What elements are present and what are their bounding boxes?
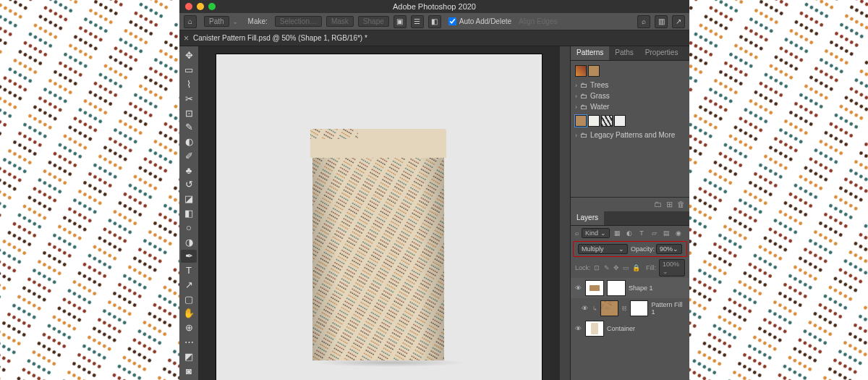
link-icon[interactable]: ⛓ [621, 305, 627, 312]
filter-shape-icon[interactable]: ▱ [650, 229, 659, 238]
history-brush-tool[interactable]: ↺ [181, 178, 197, 191]
tab-paths[interactable]: Paths [609, 46, 639, 60]
path-select-tool[interactable]: ↗ [181, 279, 197, 292]
eyedropper-tool[interactable]: ✎ [181, 121, 197, 134]
filter-search-icon[interactable]: ⌕ [575, 229, 579, 237]
make-shape-button[interactable]: Shape [358, 16, 389, 27]
filter-type-icon[interactable]: T [637, 229, 647, 238]
minimize-window-button[interactable] [197, 3, 204, 10]
filter-smart-icon[interactable]: ▤ [662, 229, 671, 238]
lock-artboard-icon[interactable]: ▭ [623, 263, 629, 272]
pattern-thumb-1[interactable] [575, 115, 587, 127]
fill-value-input[interactable]: 100% ⌄ [659, 259, 685, 276]
filter-pixel-icon[interactable]: ▦ [613, 229, 622, 238]
marquee-tool[interactable]: ▭ [181, 64, 197, 77]
layer-name[interactable]: Pattern Fill 1 [651, 301, 686, 316]
new-group-icon[interactable]: 🗀 [654, 200, 662, 209]
maximize-window-button[interactable] [208, 3, 216, 10]
make-selection-button[interactable]: Selection… [275, 16, 322, 27]
pattern-thumb-2[interactable] [588, 115, 600, 127]
close-tab-button[interactable]: × [184, 33, 189, 43]
lasso-tool[interactable]: ⌇ [181, 78, 197, 91]
new-pattern-icon[interactable]: ⊞ [666, 200, 673, 209]
layer-row-container[interactable]: 👁 Container [571, 318, 689, 339]
layer-thumb[interactable] [585, 321, 604, 337]
pattern-folder-legacy[interactable]: ›🗀Legacy Patterns and More [575, 130, 685, 140]
visibility-toggle[interactable]: 👁 [574, 284, 582, 292]
eraser-tool[interactable]: ◪ [181, 193, 197, 206]
pattern-thumb-3[interactable] [601, 115, 613, 127]
foreground-background-colors[interactable]: ◩ [181, 350, 197, 363]
layer-name[interactable]: Shape 1 [629, 284, 653, 292]
filter-adjust-icon[interactable]: ◐ [625, 229, 634, 238]
recent-pattern-swatch[interactable] [588, 65, 600, 77]
close-window-button[interactable] [185, 3, 192, 10]
blend-mode-dropdown[interactable]: Multiply⌄ [578, 244, 628, 254]
share-icon[interactable]: ↗ [672, 15, 685, 28]
dodge-tool[interactable]: ◑ [181, 235, 197, 248]
layer-row-patternfill[interactable]: 👁 ↳ ⛓ Pattern Fill 1 [571, 298, 689, 318]
move-tool[interactable]: ✥ [181, 49, 197, 62]
layer-thumb[interactable] [585, 280, 604, 296]
tab-layers[interactable]: Layers [571, 211, 604, 225]
lock-transparent-icon[interactable]: ⊡ [594, 263, 600, 272]
crop-tool[interactable]: ✂ [181, 92, 197, 105]
folder-icon: 🗀 [580, 131, 587, 139]
lock-position-icon[interactable]: ✥ [613, 263, 619, 272]
blur-tool[interactable]: ○ [181, 221, 197, 234]
layer-mask-thumb[interactable] [607, 280, 626, 296]
hand-tool[interactable]: ✋ [181, 307, 197, 320]
pen-tool[interactable]: ✒ [181, 250, 197, 263]
document-canvas[interactable] [216, 54, 542, 380]
healing-tool[interactable]: ◐ [181, 135, 197, 148]
search-icon[interactable]: ⌕ [637, 15, 650, 28]
gradient-tool[interactable]: ◧ [181, 207, 197, 220]
tab-patterns[interactable]: Patterns [571, 46, 609, 60]
workspace-switcher-icon[interactable]: ▥ [655, 15, 668, 28]
path-arrange-icon[interactable]: ◧ [428, 15, 441, 28]
document-tab[interactable]: Canister Pattern Fill.psd @ 50% (Shape 1… [193, 34, 367, 42]
type-tool[interactable]: T [181, 264, 197, 277]
svg-rect-21 [665, 0, 868, 380]
folder-icon: 🗀 [580, 103, 587, 111]
layer-row-shape1[interactable]: 👁 Shape 1 [571, 278, 689, 298]
tab-properties[interactable]: Properties [639, 46, 684, 60]
zoom-tool[interactable]: ⊕ [181, 321, 197, 334]
pattern-folder-grass[interactable]: ›🗀Grass [575, 90, 685, 101]
shape-tool[interactable]: ▢ [181, 292, 197, 305]
recent-pattern-swatch[interactable] [575, 65, 587, 77]
delete-pattern-icon[interactable]: 🗑 [677, 200, 685, 209]
layer-mask-thumb[interactable] [630, 300, 648, 316]
vertical-scrollbar[interactable] [560, 46, 570, 380]
fill-label: Fill: [646, 264, 656, 271]
opacity-value-input[interactable]: 90% ⌄ [656, 244, 682, 254]
layers-panel: ⌕ Kind ⌄ ▦ ◐ T ▱ ▤ ◉ Multiply⌄ Opacity: … [571, 226, 689, 380]
align-edges-label: Align Edges [519, 17, 557, 25]
stamp-tool[interactable]: ♣ [181, 164, 197, 177]
path-op-combine-icon[interactable]: ▣ [393, 15, 407, 28]
brush-tool[interactable]: ✐ [181, 149, 197, 162]
filter-kind-dropdown[interactable]: Kind ⌄ [582, 228, 610, 238]
layer-name[interactable]: Container [607, 325, 635, 332]
pattern-folder-water[interactable]: ›🗀Water [575, 101, 685, 112]
home-icon[interactable]: ⌂ [184, 15, 197, 28]
frame-tool[interactable]: ⊡ [181, 106, 197, 119]
make-mask-button[interactable]: Mask [326, 16, 354, 27]
pattern-thumb-4[interactable] [614, 115, 626, 127]
layer-thumb[interactable] [600, 300, 618, 316]
filter-toggle-icon[interactable]: ◉ [674, 229, 684, 238]
quick-mask-toggle[interactable]: ◙ [181, 364, 197, 377]
pattern-folder-trees[interactable]: ›🗀Trees [575, 80, 685, 90]
path-align-icon[interactable]: ☰ [411, 15, 424, 28]
auto-add-delete-checkbox[interactable] [448, 17, 456, 25]
edit-toolbar[interactable]: ⋯ [181, 336, 197, 349]
blend-opacity-row: Multiply⌄ Opacity: 90% ⌄ [573, 241, 687, 257]
lock-image-icon[interactable]: ✎ [603, 263, 610, 272]
visibility-toggle[interactable]: 👁 [574, 325, 582, 332]
lock-all-icon[interactable]: 🔒 [632, 263, 640, 272]
visibility-toggle[interactable]: 👁 [581, 305, 590, 312]
path-mode-dropdown[interactable]: Path [204, 16, 229, 27]
layer-list: 👁 Shape 1 👁 ↳ ⛓ Pattern Fill 1 [571, 278, 689, 380]
canvas-area[interactable] [198, 46, 560, 380]
patterns-panel: ›🗀Trees ›🗀Grass ›🗀Water ›🗀Legacy Pattern… [571, 61, 689, 145]
